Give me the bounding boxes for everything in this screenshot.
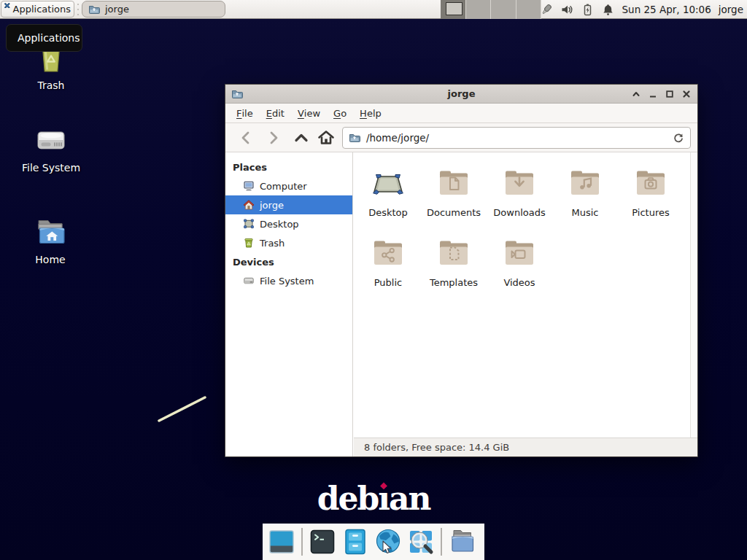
files-pane: DesktopDocumentsDownloadsMusicPicturesPu… <box>354 152 697 438</box>
sidebar-item-label: Computer <box>260 181 307 192</box>
file-label: Templates <box>430 277 478 288</box>
path-bar[interactable]: /home/jorge/ <box>342 127 691 149</box>
desktop-icon-file-system[interactable]: File System <box>11 122 91 174</box>
files-grid: DesktopDocumentsDownloadsMusicPicturesPu… <box>355 157 689 297</box>
documents-folder-icon <box>436 166 471 201</box>
home-button[interactable] <box>316 128 336 148</box>
notifications-bell-icon[interactable] <box>601 3 615 17</box>
applications-menu-button[interactable]: Applications <box>1 1 74 18</box>
sidebar-item-computer[interactable]: Computer <box>225 176 352 195</box>
applications-menu-label: Applications <box>13 4 71 15</box>
file-label: Videos <box>503 277 535 288</box>
public-folder-icon <box>371 236 406 271</box>
file-label: Public <box>374 277 402 288</box>
file-item-desktop[interactable]: Desktop <box>355 157 421 227</box>
videos-folder-icon <box>502 236 537 271</box>
workspace-window-preview <box>446 2 462 15</box>
workspace-3[interactable] <box>491 0 516 19</box>
system-tray <box>540 3 615 17</box>
drive-icon <box>243 275 255 287</box>
titlebar[interactable]: jorge <box>225 85 697 104</box>
menubar: FileEditViewGoHelp <box>225 104 697 123</box>
file-label: Documents <box>427 207 481 218</box>
path-folder-icon <box>349 132 360 144</box>
file-item-templates[interactable]: Templates <box>421 227 487 297</box>
desktop-folder-icon <box>371 166 406 201</box>
menu-help[interactable]: Help <box>353 104 388 122</box>
workspace-4[interactable] <box>516 0 542 19</box>
workspace-1[interactable] <box>441 0 466 19</box>
desktop-icon-label: Home <box>35 254 65 265</box>
templates-folder-icon <box>436 236 471 271</box>
forward-button[interactable] <box>263 128 284 148</box>
file-cabinet-icon[interactable] <box>341 527 370 556</box>
panel-grip[interactable] <box>76 4 80 15</box>
web-browser-icon[interactable] <box>374 527 403 556</box>
clock[interactable]: Sun 25 Apr, 10:06 <box>622 4 711 15</box>
back-button[interactable] <box>236 128 256 148</box>
folder-dock-icon[interactable] <box>447 527 476 556</box>
menu-edit[interactable]: Edit <box>260 104 291 122</box>
desktop-icon-label: File System <box>22 162 80 174</box>
file-label: Music <box>572 207 599 218</box>
window-title: jorge <box>225 88 697 99</box>
desktop-line-artifact <box>153 392 212 426</box>
sidebar-item-label: Desktop <box>260 219 299 230</box>
menu-go[interactable]: Go <box>327 104 353 122</box>
taskbar-window-button[interactable]: jorge <box>82 1 225 18</box>
toolbar: /home/jorge/ <box>225 123 697 152</box>
sidebar-item-label: File System <box>260 276 314 287</box>
sidebar-item-file-system[interactable]: File System <box>225 271 352 290</box>
sidebar-heading-devices: Devices <box>225 252 352 271</box>
up-button[interactable] <box>291 128 311 148</box>
shade-button[interactable] <box>627 85 644 103</box>
file-item-videos[interactable]: Videos <box>487 227 552 297</box>
sidebar-item-trash[interactable]: Trash <box>225 233 352 252</box>
home-folder-large-icon <box>33 214 68 249</box>
dock-separator <box>301 528 303 556</box>
reload-icon[interactable] <box>673 132 684 144</box>
home-icon <box>243 199 255 211</box>
terminal-icon[interactable] <box>308 527 337 556</box>
desktop-icon-home[interactable]: Home <box>10 214 90 265</box>
minimize-button[interactable] <box>644 85 661 103</box>
volume-icon[interactable] <box>560 3 574 17</box>
sidebar-item-label: Trash <box>260 238 285 249</box>
menu-view[interactable]: View <box>291 104 327 122</box>
debian-logo: debıan <box>264 480 483 517</box>
pictures-folder-icon <box>633 166 668 201</box>
menu-file[interactable]: File <box>230 104 260 122</box>
window-controls <box>627 85 694 104</box>
drive-large-icon <box>34 122 69 158</box>
desktop: Applications jorge Sun 25 Apr, 10:06 jor… <box>0 0 747 560</box>
battery-icon[interactable] <box>581 3 595 17</box>
file-label: Pictures <box>632 207 669 218</box>
dock-separator <box>441 528 442 556</box>
dock <box>263 524 484 560</box>
close-button[interactable] <box>678 85 694 103</box>
file-item-music[interactable]: Music <box>552 157 618 227</box>
vertical-scrollbar[interactable] <box>690 152 697 438</box>
trash-icon <box>243 237 255 249</box>
path-text: /home/jorge/ <box>366 132 667 144</box>
app-finder-icon[interactable] <box>406 527 436 556</box>
file-manager-window: jorge FileEditViewGoHelp <box>225 84 698 457</box>
logo-i-dot: ı <box>378 480 389 517</box>
sidebar-item-label: jorge <box>260 200 284 211</box>
file-item-pictures[interactable]: Pictures <box>618 157 684 227</box>
taskbar-window-label: jorge <box>105 4 129 15</box>
file-item-downloads[interactable]: Downloads <box>487 157 552 227</box>
sidebar-item-jorge[interactable]: jorge <box>225 195 352 214</box>
sidebar-item-desktop[interactable]: Desktop <box>225 214 352 233</box>
top-panel: Applications jorge Sun 25 Apr, 10:06 jor… <box>0 0 747 19</box>
statusbar-text: 8 folders, Free space: 14.4 GiB <box>364 442 509 453</box>
input-device-icon[interactable] <box>540 3 554 17</box>
maximize-button[interactable] <box>661 85 678 103</box>
file-label: Downloads <box>493 207 545 218</box>
show-desktop-icon[interactable] <box>267 527 296 556</box>
statusbar: 8 folders, Free space: 14.4 GiB <box>354 438 697 456</box>
file-item-documents[interactable]: Documents <box>421 157 487 227</box>
workspace-2[interactable] <box>466 0 492 19</box>
panel-username[interactable]: jorge <box>719 4 743 15</box>
file-item-public[interactable]: Public <box>355 227 421 297</box>
